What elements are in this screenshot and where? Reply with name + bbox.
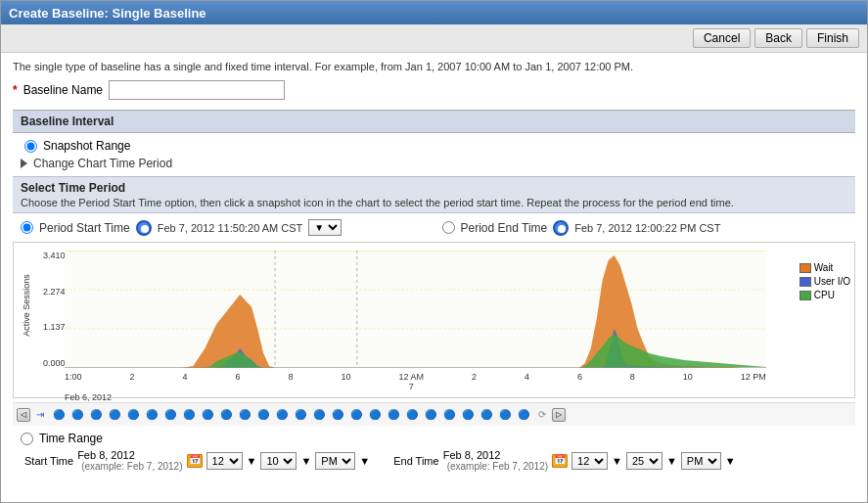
nav-icon-18[interactable]: 🔵 — [347, 408, 365, 422]
start-date-group: Feb 8, 2012 (example: Feb 7, 2012) — [77, 449, 182, 472]
nav-icon-3[interactable]: 🔵 — [69, 408, 86, 422]
time-range-radio[interactable] — [21, 433, 33, 445]
start-date-example: (example: Feb 7, 2012) — [81, 461, 182, 472]
legend-wait-label: Wait — [814, 262, 834, 273]
period-start-value: Feb 7, 2012 11:50:20 AM CST — [158, 222, 303, 234]
period-start-group: Period Start Time Feb 7, 2012 11:50:20 A… — [21, 219, 434, 236]
nav-icon-9[interactable]: 🔵 — [180, 408, 198, 422]
end-ampm-select[interactable]: PM — [681, 452, 721, 470]
nav-icon-19[interactable]: 🔵 — [366, 408, 384, 422]
back-button[interactable]: Back — [754, 28, 802, 48]
cancel-button[interactable]: Cancel — [693, 28, 751, 48]
baseline-name-row: * Baseline Name — [13, 80, 855, 100]
change-chart-row[interactable]: Change Chart Time Period — [21, 157, 855, 170]
scroll-left-button[interactable]: ◁ — [17, 408, 30, 422]
nav-icon-8[interactable]: 🔵 — [161, 408, 179, 422]
period-start-dropdown[interactable]: ▼ — [308, 219, 342, 236]
finish-button[interactable]: Finish — [806, 28, 859, 48]
y-tick-2: 1.137 — [43, 322, 65, 332]
time-range-section: Time Range Start Time Feb 8, 2012 (examp… — [13, 432, 855, 472]
period-end-radio[interactable] — [442, 221, 455, 234]
legend-wait: Wait — [799, 262, 850, 273]
nav-icon-6[interactable]: 🔵 — [124, 408, 142, 422]
nav-icon-25[interactable]: 🔵 — [478, 408, 495, 422]
end-date-value: Feb 8, 2012 — [443, 449, 548, 461]
nav-icon-20[interactable]: 🔵 — [385, 408, 402, 422]
end-minute-select[interactable]: 25 — [626, 452, 662, 470]
start-ampm-select[interactable]: PM — [315, 452, 355, 470]
snapshot-range-radio[interactable] — [24, 140, 37, 153]
nav-icon-7[interactable]: 🔵 — [143, 408, 160, 422]
nav-icon-24[interactable]: 🔵 — [459, 408, 477, 422]
start-minute-select[interactable]: 10 — [260, 452, 297, 470]
end-time-field: End Time Feb 8, 2012 (example: Feb 7, 20… — [393, 449, 736, 472]
period-end-value: Feb 7, 2012 12:00:22 PM CST — [574, 222, 720, 234]
y-tick-4: 3.410 — [43, 251, 65, 260]
nav-icon-5[interactable]: 🔵 — [106, 408, 123, 422]
nav-icon-10[interactable]: 🔵 — [199, 408, 216, 422]
nav-icon-21[interactable]: 🔵 — [403, 408, 421, 422]
end-date-example: (example: Feb 7, 2012) — [447, 461, 548, 472]
end-time-label: End Time — [393, 455, 438, 467]
chart-navigation-bar: ◁ ⇥ 🔵 🔵 🔵 🔵 🔵 🔵 🔵 🔵 🔵 🔵 🔵 🔵 🔵 🔵 🔵 🔵 🔵 🔵 … — [13, 402, 855, 426]
period-end-group: Period End Time Feb 7, 2012 12:00:22 PM … — [442, 220, 856, 236]
chart-svg-area — [65, 251, 766, 368]
nav-icon-2[interactable]: 🔵 — [50, 408, 68, 422]
nav-icon-12[interactable]: 🔵 — [236, 408, 253, 422]
baseline-name-label: Baseline Name — [23, 83, 103, 97]
nav-icon-17[interactable]: 🔵 — [329, 408, 346, 422]
start-date-value: Feb 8, 2012 — [77, 449, 182, 461]
nav-icon-27[interactable]: 🔵 — [515, 408, 532, 422]
nav-icon-23[interactable]: 🔵 — [440, 408, 458, 422]
nav-icon-15[interactable]: 🔵 — [292, 408, 309, 422]
snapshot-range-option: Snapshot Range — [24, 139, 855, 153]
start-calendar-icon[interactable] — [187, 454, 203, 468]
nav-icon-1[interactable]: ⇥ — [31, 408, 49, 422]
select-time-period-title: Select Time Period — [21, 181, 847, 195]
nav-icon-spinner[interactable]: ⟳ — [533, 408, 551, 422]
svg-rect-6 — [65, 251, 766, 368]
y-tick-3: 2.274 — [43, 287, 65, 297]
nav-icon-26[interactable]: 🔵 — [496, 408, 514, 422]
baseline-name-input[interactable] — [109, 80, 285, 100]
nav-icon-22[interactable]: 🔵 — [422, 408, 439, 422]
title-bar: Create Baseline: Single Baseline — [1, 1, 867, 24]
change-chart-label: Change Chart Time Period — [33, 157, 172, 170]
nav-icon-16[interactable]: 🔵 — [310, 408, 328, 422]
legend-userio: User I/O — [799, 276, 850, 287]
end-hour-select[interactable]: 12 — [571, 452, 608, 470]
period-end-snapshot-icon[interactable] — [553, 220, 569, 236]
scroll-right-button[interactable]: ▷ — [552, 408, 566, 422]
start-time-field: Start Time Feb 8, 2012 (example: Feb 7, … — [24, 449, 370, 472]
select-time-period-section: Select Time Period Choose the Period Sta… — [13, 176, 855, 213]
start-hour-select[interactable]: 12 — [206, 452, 243, 470]
snapshot-range-label: Snapshot Range — [43, 139, 130, 153]
chart-legend: Wait User I/O CPU — [799, 262, 850, 300]
nav-icon-4[interactable]: 🔵 — [87, 408, 105, 422]
x-axis-labels: 1:00 2 4 6 8 10 12 AM7 2 4 6 8 10 12 PM … — [65, 370, 766, 397]
nav-icon-11[interactable]: 🔵 — [217, 408, 235, 422]
y-tick-1: 0.000 — [43, 358, 65, 368]
snapshot-radio-row: Snapshot Range — [24, 139, 855, 153]
period-end-label: Period End Time — [461, 221, 548, 235]
required-star: * — [13, 83, 18, 97]
time-range-fields-row: Start Time Feb 8, 2012 (example: Feb 7, … — [24, 449, 855, 472]
period-start-radio[interactable] — [21, 221, 33, 234]
y-axis-label: Active Sessions — [22, 274, 31, 337]
legend-userio-box — [799, 277, 811, 287]
nav-icon-13[interactable]: 🔵 — [254, 408, 272, 422]
nav-icon-14[interactable]: 🔵 — [273, 408, 291, 422]
end-calendar-icon[interactable] — [552, 454, 568, 468]
period-start-label: Period Start Time — [39, 221, 130, 235]
window-title: Create Baseline: Single Baseline — [9, 6, 206, 21]
select-time-period-desc: Choose the Period Start Time option, the… — [21, 197, 847, 208]
time-period-row: Period Start Time Feb 7, 2012 11:50:20 A… — [21, 219, 855, 236]
period-start-snapshot-icon[interactable] — [136, 220, 152, 236]
legend-userio-label: User I/O — [814, 276, 850, 287]
legend-cpu-box — [799, 291, 811, 300]
collapse-triangle-icon — [21, 159, 27, 168]
chart-visualization — [65, 251, 766, 368]
description-text: The single type of baseline has a single… — [13, 61, 855, 72]
main-window: Create Baseline: Single Baseline Cancel … — [0, 0, 868, 503]
legend-wait-box — [799, 263, 811, 273]
